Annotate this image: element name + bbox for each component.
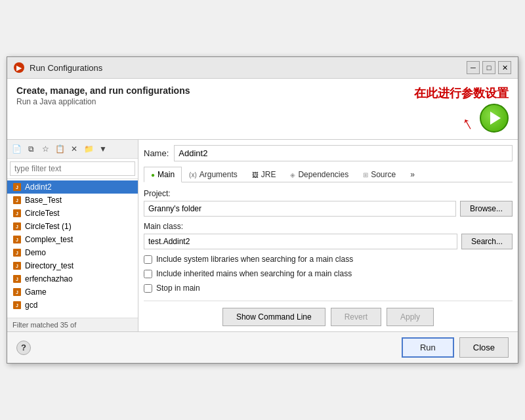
list-item[interactable]: J erfenchazhao: [7, 272, 138, 285]
tab-jre-label: JRE: [261, 170, 276, 179]
list-item[interactable]: J CircleTest: [7, 207, 138, 220]
project-input[interactable]: [144, 201, 456, 217]
run-configurations-dialog: ▶ Run Configurations ─ □ ✕ Create, manag…: [7, 56, 518, 364]
tab-dependencies[interactable]: ◈ Dependencies: [283, 167, 356, 182]
list-item-label: Base_Test: [25, 196, 62, 205]
java-item-icon: J: [12, 182, 22, 192]
list-item[interactable]: J gcd: [7, 299, 138, 312]
maximize-button[interactable]: □: [482, 61, 495, 74]
footer-buttons: Run Close: [402, 337, 509, 358]
stop-in-main-checkbox[interactable]: [144, 284, 152, 293]
java-item-icon: J: [12, 287, 22, 297]
list-item[interactable]: J CircleTest (1): [7, 220, 138, 233]
right-panel: Name: ● Main (x) Arguments 🖼 JRE ◈: [138, 140, 518, 331]
checkbox-inherited-mains: Include inherited mains when searching f…: [144, 269, 513, 278]
name-input[interactable]: [174, 145, 513, 161]
list-item-label: Demo: [25, 248, 46, 257]
export-button[interactable]: ☆: [39, 142, 52, 156]
tab-more[interactable]: »: [403, 167, 422, 182]
delete-button[interactable]: ✕: [68, 142, 81, 156]
tab-source[interactable]: ⊞ Source: [356, 167, 403, 182]
main-content: 📄 ⧉ ☆ 📋 ✕ 📁 ▼ J Addint2 J Base_Test: [7, 140, 518, 331]
list-item[interactable]: J Addint2: [7, 180, 138, 194]
tabs: ● Main (x) Arguments 🖼 JRE ◈ Dependencie…: [144, 167, 513, 182]
list-item[interactable]: J Game: [7, 285, 138, 299]
filter-status: Filter matched 35 of: [7, 318, 138, 331]
tree-list: J Addint2 J Base_Test J CircleTest J Cir…: [7, 179, 138, 318]
java-item-icon: J: [12, 248, 22, 257]
main-class-input-row: Search...: [144, 234, 513, 249]
minimize-button[interactable]: ─: [467, 61, 480, 74]
title-controls: ─ □ ✕: [467, 61, 511, 74]
header-section: Create, manage, and run configurations R…: [7, 79, 518, 140]
filter-button[interactable]: ▼: [96, 142, 110, 156]
list-item-label: CircleTest (1): [25, 222, 72, 231]
browse-button[interactable]: Browse...: [460, 201, 513, 217]
show-command-line-button[interactable]: Show Command Line: [222, 308, 326, 326]
tab-main[interactable]: ● Main: [144, 167, 182, 182]
header-heading: Create, manage, and run configurations: [16, 85, 190, 96]
list-item[interactable]: J Demo: [7, 246, 138, 259]
list-item[interactable]: J Complex_test: [7, 233, 138, 246]
header-text: Create, manage, and run configurations R…: [16, 85, 190, 106]
filter-input[interactable]: [10, 161, 135, 176]
action-row: Show Command Line Revert Apply: [144, 301, 513, 326]
java-item-icon: J: [12, 261, 22, 270]
java-item-icon: J: [12, 301, 22, 310]
list-item[interactable]: J Directory_test: [7, 259, 138, 272]
java-item-icon: J: [12, 196, 22, 205]
list-item-label: CircleTest: [25, 209, 60, 218]
tab-jre[interactable]: 🖼 JRE: [245, 167, 284, 182]
system-libraries-label: Include system libraries when searching …: [156, 255, 353, 264]
toolbar: 📄 ⧉ ☆ 📋 ✕ 📁 ▼: [7, 140, 138, 159]
main-class-label: Main class:: [144, 222, 513, 231]
list-item-label: Directory_test: [25, 261, 74, 270]
name-row: Name:: [144, 145, 513, 161]
link-button[interactable]: 📋: [53, 142, 66, 156]
list-item-label: Game: [25, 287, 47, 297]
revert-button[interactable]: Revert: [331, 308, 381, 326]
run-button[interactable]: Run: [402, 337, 454, 358]
java-item-icon: J: [12, 274, 22, 284]
filter-input-container: [7, 159, 138, 179]
tab-arguments-label: Arguments: [200, 170, 238, 179]
dialog-icon: ▶: [14, 62, 24, 73]
apply-button[interactable]: Apply: [387, 308, 434, 326]
stop-in-main-label: Stop in main: [156, 284, 200, 293]
java-item-icon: J: [12, 222, 22, 231]
checkbox-stop-in-main: Stop in main: [144, 284, 513, 293]
annotation-text: 在此进行参数设置: [414, 85, 509, 101]
dialog-title: Run Configurations: [30, 63, 102, 73]
tab-source-label: Source: [371, 170, 396, 179]
new-config-button[interactable]: 📄: [10, 142, 23, 156]
header-subheading: Run a Java application: [16, 97, 190, 106]
inherited-mains-label: Include inherited mains when searching f…: [156, 269, 352, 278]
left-panel: 📄 ⧉ ☆ 📋 ✕ 📁 ▼ J Addint2 J Base_Test: [7, 140, 138, 331]
inherited-mains-checkbox[interactable]: [144, 270, 152, 278]
duplicate-button[interactable]: ⧉: [24, 142, 37, 156]
header-annotation: 在此进行参数设置 ↑: [414, 85, 509, 133]
list-item-label: gcd: [25, 301, 37, 310]
tab-more-label: »: [410, 170, 415, 179]
form-section: Project: Browse... Main class: Search...: [144, 189, 513, 293]
system-libraries-checkbox[interactable]: [144, 255, 152, 264]
list-item-label: erfenchazhao: [25, 274, 73, 284]
project-label: Project:: [144, 189, 513, 198]
close-dialog-button[interactable]: Close: [459, 337, 509, 358]
close-button[interactable]: ✕: [498, 61, 511, 74]
folder-button[interactable]: 📁: [82, 142, 95, 156]
tab-arguments[interactable]: (x) Arguments: [182, 167, 245, 182]
project-input-row: Browse...: [144, 201, 513, 217]
help-button[interactable]: ?: [16, 341, 31, 355]
list-item[interactable]: J Base_Test: [7, 194, 138, 207]
main-class-input[interactable]: [144, 234, 457, 249]
dialog-footer: ? Run Close: [7, 331, 518, 363]
run-large-button[interactable]: [480, 104, 509, 133]
list-item-label: Complex_test: [25, 235, 73, 244]
arrow-icon: ↑: [459, 113, 476, 133]
java-item-icon: J: [12, 209, 22, 218]
search-button[interactable]: Search...: [461, 234, 513, 249]
project-row: Project: Browse...: [144, 189, 513, 217]
title-bar: ▶ Run Configurations ─ □ ✕: [7, 57, 518, 79]
name-label: Name:: [144, 148, 169, 158]
